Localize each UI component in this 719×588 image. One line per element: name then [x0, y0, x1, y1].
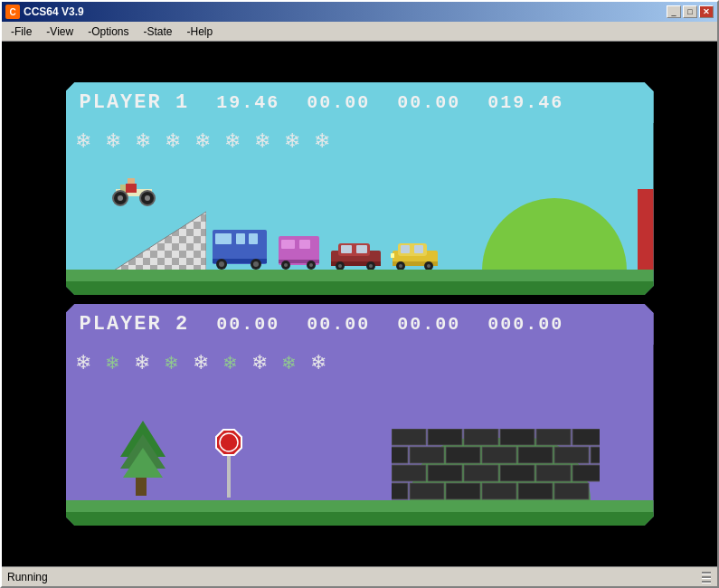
- svg-point-49: [427, 264, 430, 268]
- svg-rect-18: [249, 233, 258, 244]
- menu-view[interactable]: -View: [39, 24, 80, 40]
- svg-rect-25: [281, 240, 295, 249]
- svg-rect-76: [572, 465, 600, 481]
- grip-line-2: [702, 576, 711, 578]
- green-hill-p1: [482, 198, 627, 270]
- cloud-p1-7: ❄: [254, 129, 270, 153]
- p2-score2: 00.00: [307, 314, 370, 335]
- p2-score4: 000.00: [487, 314, 563, 335]
- status-bar-right: [701, 570, 712, 584]
- player1-label: PLAYER 1: [80, 91, 190, 114]
- svg-rect-82: [554, 483, 589, 499]
- svg-rect-60: [464, 429, 498, 445]
- player2-screen: PLAYER 2 00.00 00.00 00.00 000.00 ❄ ❄ ❄: [66, 304, 654, 526]
- svg-rect-59: [428, 429, 462, 445]
- blue-bus: [211, 221, 270, 270]
- svg-rect-72: [428, 465, 462, 481]
- svg-rect-44: [414, 245, 423, 253]
- svg-point-47: [399, 264, 402, 268]
- menu-file[interactable]: -File: [4, 24, 39, 40]
- svg-rect-50: [391, 253, 394, 258]
- minimize-button[interactable]: _: [667, 5, 681, 18]
- player2-game: PLAYER 2 00.00 00.00 00.00 000.00 ❄ ❄ ❄: [66, 304, 654, 526]
- svg-point-29: [284, 263, 288, 267]
- menu-help[interactable]: -Help: [180, 24, 221, 40]
- player2-label: PLAYER 2: [80, 313, 190, 336]
- window-title: CCS64 V3.9: [24, 5, 84, 18]
- p1-score4: 019.46: [487, 92, 563, 113]
- maximize-button[interactable]: □: [683, 5, 697, 18]
- svg-rect-66: [446, 447, 480, 463]
- svg-point-9: [145, 195, 150, 201]
- svg-rect-78: [410, 483, 444, 499]
- svg-point-21: [219, 261, 224, 267]
- title-bar-buttons: _ □ ✕: [667, 5, 714, 18]
- svg-rect-55: [227, 452, 231, 498]
- cloud-p2-9: ❄: [310, 351, 326, 375]
- title-bar: C CCS64 V3.9 _ □ ✕: [2, 2, 717, 22]
- cloud-p1-2: ❄: [105, 129, 121, 153]
- cloud-p2-6: ❄: [222, 352, 238, 374]
- svg-rect-75: [536, 465, 571, 481]
- cloud-p1-8: ❄: [284, 129, 300, 153]
- grip-line-1: [702, 572, 711, 574]
- cloud-p2-3: ❄: [134, 351, 150, 375]
- menu-state[interactable]: -State: [137, 24, 180, 40]
- menu-options[interactable]: -Options: [80, 24, 136, 40]
- cloud-p1-6: ❄: [224, 129, 241, 153]
- svg-rect-26: [299, 240, 310, 249]
- ramp: [107, 207, 197, 270]
- red-car: [329, 234, 383, 270]
- svg-rect-71: [392, 465, 426, 481]
- tree-p2: [116, 416, 170, 501]
- svg-rect-81: [518, 483, 553, 499]
- svg-rect-34: [341, 245, 352, 253]
- p2-score1: 00.00: [216, 314, 279, 335]
- p2-score3: 00.00: [397, 314, 460, 335]
- player2-hud: PLAYER 2 00.00 00.00 00.00 000.00: [66, 304, 654, 345]
- svg-rect-5: [126, 184, 137, 193]
- svg-rect-17: [236, 233, 245, 244]
- cloud-p2-2: ❄: [105, 352, 120, 374]
- app-icon: C: [5, 5, 20, 19]
- svg-rect-74: [500, 465, 535, 481]
- p1-score1: 19.46: [216, 92, 279, 113]
- brick-wall: [392, 429, 600, 501]
- p1-score3: 00.00: [397, 92, 460, 113]
- cloud-p1-4: ❄: [165, 129, 181, 153]
- svg-point-23: [253, 261, 259, 267]
- game-area: PLAYER 1 19.46 00.00 00.00 019.46 ❄ ❄ ❄: [66, 82, 654, 526]
- player1-hud: PLAYER 1 19.46 00.00 00.00 019.46: [66, 82, 654, 123]
- ground-dark-p2: [66, 512, 654, 526]
- cloud-p2-5: ❄: [193, 351, 209, 375]
- svg-rect-65: [410, 447, 444, 463]
- svg-point-40: [369, 264, 373, 268]
- ground-dark-p1: [66, 281, 654, 295]
- cloud-p1-1: ❄: [75, 129, 91, 153]
- player1-clouds: ❄ ❄ ❄ ❄ ❄ ❄ ❄ ❄ ❄: [75, 129, 330, 153]
- player1-screen: PLAYER 1 19.46 00.00 00.00 019.46 ❄ ❄ ❄: [66, 82, 654, 295]
- ground-p2: [66, 500, 654, 526]
- p1-score2: 00.00: [307, 92, 370, 113]
- svg-rect-79: [446, 483, 480, 499]
- yellow-car: [391, 236, 440, 270]
- stop-sign: [211, 425, 247, 501]
- main-content: PLAYER 1 19.46 00.00 00.00 019.46 ❄ ❄ ❄: [2, 42, 717, 566]
- cloud-p2-1: ❄: [75, 351, 91, 375]
- svg-rect-70: [591, 447, 600, 463]
- player2-clouds: ❄ ❄ ❄ ❄ ❄ ❄ ❄ ❄ ❄: [75, 351, 326, 375]
- cloud-p2-4: ❄: [164, 352, 179, 374]
- svg-rect-73: [464, 465, 498, 481]
- screen-separator: [66, 295, 654, 304]
- cloud-p1-9: ❄: [314, 129, 330, 153]
- cloud-p1-5: ❄: [194, 129, 211, 153]
- cloud-p2-8: ❄: [281, 352, 297, 374]
- player1-scores: 19.46 00.00 00.00 019.46: [216, 92, 563, 113]
- resize-grip: [701, 570, 712, 584]
- close-button[interactable]: ✕: [699, 5, 714, 18]
- status-text: Running: [7, 571, 48, 583]
- svg-rect-35: [356, 245, 367, 253]
- svg-rect-58: [392, 429, 426, 445]
- svg-rect-16: [215, 233, 232, 244]
- status-bar: Running: [2, 566, 717, 586]
